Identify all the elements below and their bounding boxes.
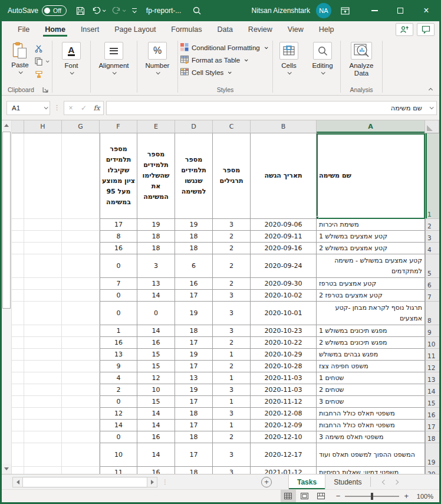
cell-spacer[interactable] xyxy=(12,443,24,467)
autosave-toggle[interactable]: AutoSave Off xyxy=(8,5,67,16)
cell-C18[interactable]: 2 xyxy=(213,431,251,443)
next-sheet-button[interactable] xyxy=(393,479,398,484)
cell-G16[interactable] xyxy=(62,408,100,420)
cell-B17[interactable]: 2020-12-09 xyxy=(251,420,317,431)
quick-access-toolbar-button[interactable] xyxy=(129,2,140,19)
cell-H14[interactable] xyxy=(24,384,62,396)
cell-C6[interactable]: 2 xyxy=(213,278,251,290)
cell-A18[interactable]: משפטי תאלס משימה 3 xyxy=(317,431,425,443)
cell-B11[interactable]: 2020-10-29 xyxy=(251,349,317,361)
cell-H7[interactable] xyxy=(24,290,62,302)
cell-G3[interactable] xyxy=(62,231,100,243)
cell-E9[interactable]: 14 xyxy=(137,325,175,337)
cell-D13[interactable]: 13 xyxy=(175,372,213,384)
cell-H2[interactable] xyxy=(24,219,62,231)
cell-D18[interactable]: 18 xyxy=(175,431,213,443)
comments-button[interactable] xyxy=(417,23,435,36)
zoom-slider[interactable] xyxy=(345,496,399,497)
cell-H18[interactable] xyxy=(24,431,62,443)
cut-button[interactable] xyxy=(35,43,48,54)
cell-D17[interactable]: 17 xyxy=(175,420,213,431)
ribbon-tab-file[interactable]: File xyxy=(10,21,37,37)
copy-button[interactable] xyxy=(35,56,48,67)
cell-G8[interactable] xyxy=(62,302,100,325)
page-layout-view-button[interactable] xyxy=(297,490,312,502)
cell-E1[interactable]: מספר תלמידים שהשלימו את המשימה xyxy=(137,133,175,219)
ribbon-tab-help[interactable]: Help xyxy=(311,21,342,37)
conditional-formatting-button[interactable]: Conditional Formatting xyxy=(180,42,267,53)
cell-F19[interactable]: 10 xyxy=(100,443,137,467)
cell-B14[interactable]: 2020-11-03 xyxy=(251,384,317,396)
cell-H5[interactable] xyxy=(24,254,62,278)
paste-button[interactable]: Paste xyxy=(6,40,34,74)
horizontal-scrollbar-thumb[interactable] xyxy=(23,477,147,487)
cell-B20[interactable]: 2021-01-12 xyxy=(251,467,317,474)
cell-B1[interactable]: תאריך הגשה xyxy=(251,133,317,219)
cell-E13[interactable]: 12 xyxy=(137,372,175,384)
name-box[interactable]: A1 xyxy=(6,101,50,115)
cell-spacer[interactable] xyxy=(12,349,24,361)
column-header-H[interactable]: H xyxy=(24,120,62,133)
cell-G14[interactable] xyxy=(62,384,100,396)
format-as-table-button[interactable]: Format as Table xyxy=(180,55,267,66)
row-header-13[interactable]: 13 xyxy=(425,372,439,384)
cell-C20[interactable]: 3 xyxy=(213,467,251,474)
cell-F2[interactable]: 17 xyxy=(100,219,137,231)
cell-F12[interactable]: 9 xyxy=(100,361,137,372)
zoom-out-button[interactable]: − xyxy=(336,492,341,500)
cell-spacer[interactable] xyxy=(12,467,24,474)
analyze-data-button[interactable]: Analyze Data xyxy=(343,40,380,77)
cell-A6[interactable]: קטע אמצעים בטרפז xyxy=(317,278,425,290)
cell-G5[interactable] xyxy=(62,254,100,278)
cell-F11[interactable]: 13 xyxy=(100,349,137,361)
cell-A20[interactable]: משפטי דמיון: שאלות בסיסיות xyxy=(317,467,425,474)
column-header-D[interactable]: D xyxy=(175,120,213,133)
cell-B3[interactable]: 2020-09-11 xyxy=(251,231,317,243)
user-name[interactable]: Nitsan Aizenshtark xyxy=(252,6,310,15)
cell-C1[interactable]: מספר תרגילים xyxy=(213,133,251,219)
cell-C19[interactable]: 3 xyxy=(213,443,251,467)
normal-view-button[interactable] xyxy=(281,490,296,502)
cell-E18[interactable]: 16 xyxy=(137,431,175,443)
row-header-4[interactable]: 4 xyxy=(425,243,439,254)
cancel-entry-button[interactable]: × xyxy=(64,104,77,112)
cell-F6[interactable]: 7 xyxy=(100,278,137,290)
ribbon-tab-view[interactable]: View xyxy=(280,21,311,37)
cell-B4[interactable]: 2020-09-16 xyxy=(251,243,317,254)
cell-H4[interactable] xyxy=(24,243,62,254)
cell-styles-button[interactable]: Cell Styles xyxy=(180,67,267,78)
cell-B5[interactable]: 2020-09-24 xyxy=(251,254,317,278)
maximize-button[interactable] xyxy=(387,0,413,21)
cell-H6[interactable] xyxy=(24,278,62,290)
cell-H15[interactable] xyxy=(24,396,62,408)
cell-A4[interactable]: קטע אמצעים במשולש 2 xyxy=(317,243,425,254)
row-header-19[interactable]: 19 xyxy=(425,443,439,467)
close-button[interactable]: × xyxy=(413,0,439,21)
cell-A11[interactable]: מפגש גבהים במשולש xyxy=(317,349,425,361)
cell-E10[interactable]: 16 xyxy=(137,337,175,349)
zoom-in-button[interactable]: + xyxy=(404,492,409,500)
scroll-left-button[interactable] xyxy=(12,477,23,487)
avatar[interactable]: NA xyxy=(316,3,331,18)
column-header-B[interactable]: B xyxy=(251,120,317,133)
previous-sheet-button[interactable] xyxy=(381,479,386,484)
splitter-handle[interactable]: ⋮ xyxy=(157,474,173,489)
cell-G10[interactable] xyxy=(62,337,100,349)
cell-G2[interactable] xyxy=(62,219,100,231)
row-header-10[interactable]: 10 xyxy=(425,337,439,349)
cell-F15[interactable]: 0 xyxy=(100,396,137,408)
cell-D9[interactable]: 18 xyxy=(175,325,213,337)
cell-C9[interactable]: 3 xyxy=(213,325,251,337)
cell-H13[interactable] xyxy=(24,372,62,384)
editing-menu-button[interactable]: Editing xyxy=(307,40,338,74)
scroll-down-button[interactable] xyxy=(2,464,11,474)
cell-D7[interactable]: 17 xyxy=(175,290,213,302)
cell-D4[interactable]: 18 xyxy=(175,243,213,254)
cell-A16[interactable]: משפטי תאלס כולל הרחבות xyxy=(317,408,425,420)
cell-G13[interactable] xyxy=(62,372,100,384)
cell-E14[interactable]: 10 xyxy=(137,384,175,396)
column-header-C[interactable]: C xyxy=(213,120,251,133)
cell-F9[interactable]: 1 xyxy=(100,325,137,337)
clipboard-dialog-launcher[interactable] xyxy=(42,87,48,93)
cell-F7[interactable]: 0 xyxy=(100,290,137,302)
